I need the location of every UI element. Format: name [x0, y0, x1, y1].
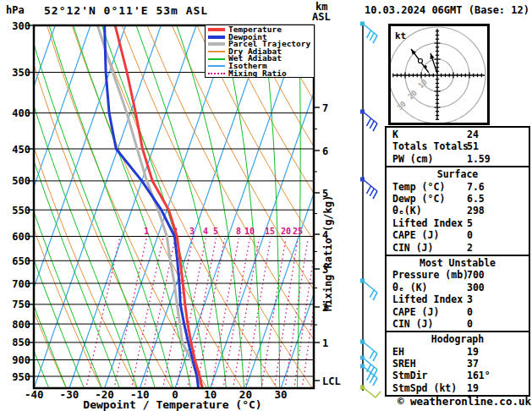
hodograph-panel: 102030 kt — [388, 24, 490, 125]
index-value: 300 — [467, 282, 485, 293]
index-row: CAPE (J)0 — [387, 229, 529, 241]
index-value: 5 — [467, 217, 473, 229]
index-label: θₑ(K) — [392, 205, 422, 216]
index-row: Totals Totals51 — [387, 140, 529, 152]
index-label: Pressure (mb) — [392, 269, 469, 281]
wind-barb-feather — [370, 33, 374, 41]
index-label: Temp (°C) — [392, 181, 445, 193]
wind-barb-feather — [373, 378, 377, 386]
pressure-tick-label: 300 — [12, 20, 30, 32]
section-header: Hodograph — [387, 333, 529, 345]
mixing-ratio-line — [261, 237, 286, 389]
index-row: Lifted Index5 — [387, 217, 529, 229]
mixing-ratio-label: 10 — [244, 227, 255, 236]
km-tick-label: 7 — [322, 102, 328, 114]
index-row: PW (cm)1.59 — [387, 153, 529, 165]
mixing-ratio-label: 5 — [213, 227, 218, 236]
temp-tick-label: -30 — [60, 388, 80, 401]
wind-barb-feather — [373, 36, 377, 43]
index-value: 3 — [467, 293, 473, 305]
index-row: Dewp (°C)6.5 — [387, 193, 529, 205]
isotherm-line — [34, 25, 161, 388]
wind-barb-feather — [367, 30, 371, 38]
index-label: CAPE (J) — [392, 306, 439, 318]
km-tick-label: 1 — [322, 337, 328, 349]
wind-barb-column — [360, 22, 381, 398]
index-value: 37 — [467, 358, 479, 370]
mixing-ratio-axis-label: Mixing Ratio (g/kg) — [322, 195, 334, 311]
wind-barb-feather — [373, 123, 377, 131]
index-value: 161° — [467, 370, 491, 381]
index-label: K — [392, 129, 398, 140]
wind-barb-feather — [370, 189, 374, 196]
index-row: EH19 — [387, 346, 529, 358]
index-row: SREH37 — [387, 358, 529, 370]
wind-barb — [363, 342, 377, 353]
index-label: Lifted Index — [392, 293, 463, 305]
isotherm-line — [69, 25, 196, 388]
pressure-tick-label: 350 — [12, 67, 30, 79]
wind-barb — [363, 112, 377, 123]
index-row: StmSpd (kt)19 — [387, 382, 529, 394]
index-row: Pressure (mb)700 — [387, 269, 529, 281]
x-axis-label: Dewpoint / Temperature (°C) — [83, 398, 261, 411]
index-row: θₑ (K)300 — [387, 282, 529, 293]
index-value: 19 — [467, 346, 479, 358]
isotherm-line — [245, 25, 372, 388]
wind-barb-feather — [367, 118, 371, 126]
curve-dewpoint — [105, 25, 199, 387]
index-value: 6.5 — [467, 193, 485, 205]
legend: TemperatureDewpointParcel TrajectoryDry … — [205, 25, 315, 78]
wind-barb-feather — [370, 351, 374, 359]
dry-adiabat-line — [122, 25, 315, 392]
pressure-tick-label: 600 — [12, 231, 30, 243]
index-label: SREH — [392, 358, 416, 370]
wind-barb-feather — [370, 375, 374, 383]
temp-tick-label: -40 — [25, 388, 44, 401]
mixing-ratio-label: 4 — [203, 227, 208, 236]
index-value: 0 — [467, 318, 473, 330]
hodograph-vector-arrowhead — [431, 53, 435, 59]
pressure-tick-label: 700 — [12, 278, 30, 290]
temp-tick-label: 30 — [275, 388, 288, 401]
mixing-ratio-label: 20 — [281, 227, 291, 236]
wind-barb — [363, 179, 377, 191]
dry-adiabat-line — [22, 25, 174, 392]
section-header: Most Unstable — [387, 257, 529, 269]
legend-swatch-dry_adiabat — [208, 51, 225, 52]
pressure-tick-label: 800 — [12, 319, 30, 331]
index-row: CIN (J)2 — [387, 242, 529, 254]
mixing-ratio-label: 8 — [236, 227, 241, 236]
index-value: 0 — [467, 306, 473, 318]
skewt-sounding-page: hPa 52°12'N 0°11'E 53m ASL km ASL 10.03.… — [0, 0, 532, 411]
index-value: 51 — [467, 140, 479, 152]
legend-swatch-isotherm — [208, 65, 225, 67]
legend-item: Mixing Ratio — [208, 70, 314, 78]
isotherm-line — [211, 25, 337, 388]
index-row: CAPE (J)0 — [387, 306, 529, 318]
hodograph-chart: 102030 kt — [391, 26, 487, 123]
indices-tables: K24Totals Totals51PW (cm)1.59SurfaceTemp… — [385, 128, 530, 397]
index-label: Dewp (°C) — [392, 193, 445, 205]
legend-label: Mixing Ratio — [228, 70, 287, 78]
mixing-ratio-label: 1 — [144, 227, 149, 236]
index-label: θₑ (K) — [392, 282, 428, 293]
pressure-tick-label: 850 — [12, 337, 30, 348]
indices-section-most-unstable: Most UnstablePressure (mb)700θₑ (K)300Li… — [385, 255, 530, 332]
index-label: StmDir — [392, 370, 428, 381]
wind-barb — [363, 281, 377, 293]
lcl-label: LCL — [322, 375, 341, 387]
index-value: 2 — [467, 242, 473, 254]
pressure-tick-label: 750 — [12, 299, 30, 310]
index-label: Totals Totals — [392, 140, 469, 152]
wind-barb-feather — [373, 191, 377, 199]
mixing-ratio-line — [245, 237, 271, 389]
mixing-ratio-label: 25 — [293, 227, 303, 236]
wind-barb-feather — [373, 293, 377, 300]
wind-barb-feather — [370, 121, 374, 129]
index-label: CAPE (J) — [392, 229, 439, 241]
wind-barb — [363, 387, 381, 397]
mixing-ratio-label: 3 — [189, 227, 195, 236]
legend-swatch-parcel — [208, 42, 225, 46]
index-row: StmDir161° — [387, 370, 529, 381]
